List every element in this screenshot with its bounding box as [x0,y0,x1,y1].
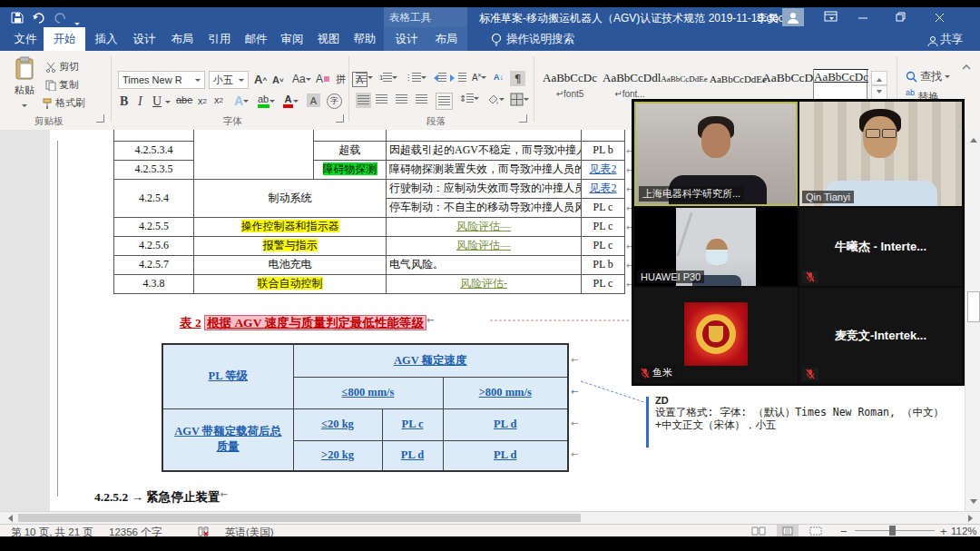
align-center-button[interactable] [376,94,387,104]
tab-home[interactable]: 开始 [44,27,85,51]
font-color-button[interactable]: A [283,93,299,108]
underline-button[interactable]: U [152,94,162,109]
tab-review[interactable]: 审阅 [274,27,310,51]
table-cell[interactable]: PL b [582,255,625,274]
tab-file[interactable]: 文件 [7,27,44,51]
table-cell[interactable]: 超载 [314,141,387,160]
table-cell[interactable]: PL d [382,440,443,471]
font-dialog-launcher[interactable] [336,114,344,123]
find-button[interactable]: 查找 [906,69,950,84]
table-row[interactable]: PL 等级 AGV 额定速度 [162,344,568,377]
bullets-button[interactable] [356,73,373,83]
vertical-scrollbar[interactable] [965,130,980,511]
table-cell[interactable]: 风险评估— [387,217,582,236]
table-cell[interactable]: 风险评估— [387,236,582,255]
tab-insert[interactable]: 插入 [87,27,125,51]
borders-button[interactable] [510,93,529,106]
style-chip-1[interactable]: AaBbCcDc ↵font5 [541,71,599,109]
table-cell[interactable]: 见表2 [582,179,625,198]
table-cell[interactable]: PL c [582,198,625,217]
print-layout-button[interactable] [777,525,799,536]
table-row[interactable]: 4.3.8 联合自动控制 风险评估- PL c [114,274,625,293]
superscript-button[interactable]: x2 [214,94,223,105]
justify-button[interactable] [416,94,427,104]
line-spacing-button[interactable]: ⇕ [459,93,479,103]
table-cell[interactable] [387,130,582,141]
paste-button[interactable]: 粘贴 [9,56,40,113]
text-effects-button[interactable]: A [234,93,249,108]
zoom-slider-thumb[interactable] [889,526,896,536]
table-cell[interactable]: AGV 额定速度 [293,344,568,377]
table-cell[interactable]: 报警与指示 [194,236,387,255]
revision-comment[interactable]: ZD 设置了格式: 字体: （默认）Times New Roman, （中文） … [655,395,964,432]
restore-button[interactable] [887,7,916,27]
clipboard-dialog-launcher[interactable] [96,114,104,123]
grow-font-button[interactable]: A˄ [254,73,267,86]
table-cell[interactable]: ≤800 mm/s [293,377,443,408]
tab-design[interactable]: 设计 [125,27,163,51]
section-heading[interactable]: 4.2.5.2 → 紧急停止装置← [94,489,220,506]
table-cell[interactable]: 4.3.8 [114,274,194,293]
table-cell[interactable]: 障碍物探测装置失效，而导致冲撞人员的风险。量化 [387,160,582,179]
phonetic-guide-button[interactable]: 拼 [336,73,346,86]
tab-view[interactable]: 视图 [310,27,347,51]
sort-button[interactable]: A↓ [494,73,504,82]
table-cell[interactable]: 4.2.5.3.5 [114,160,194,179]
enclose-characters-button[interactable]: 字 [327,93,342,109]
align-right-button[interactable] [396,94,407,104]
decrease-indent-button[interactable] [430,73,446,83]
tab-help[interactable]: 帮助 [347,27,383,51]
table-row[interactable]: 4.2.5.6 报警与指示 风险评估— PL c [114,236,625,255]
styles-scroll-up[interactable] [871,71,887,85]
minimize-button[interactable] [848,7,877,27]
table-row[interactable]: 4.2.5.4 制动系统 行驶制动：应制动失效而导致的冲撞人员风险。 见表2 [114,179,625,198]
align-left-button[interactable] [356,93,371,108]
video-tile[interactable]: 麦竞文-Intertek... [799,288,962,383]
strikethrough-button[interactable]: abe [176,94,192,105]
table-row[interactable]: AGV 带额定载荷后总质量 ≤20 kg PL c PL d [162,408,568,440]
table-cell[interactable]: 4.2.5.7 [114,255,194,274]
video-tile[interactable]: 牛曦杰 - Interte... [799,208,962,286]
video-tile[interactable]: 鱼米 [634,288,798,383]
increase-indent-button[interactable] [450,73,466,83]
shrink-font-button[interactable]: A˅ [272,74,284,85]
table-cell[interactable]: 障碍物探测 [314,160,387,179]
table-row[interactable]: 4.2.5.3.4 超载 因超载引起的AGV不稳定，而导致冲撞人员风险。 PL … [114,141,625,160]
table-row[interactable]: 4.2.5.5 操作控制器和指示器 风险评估— PL c [114,217,625,236]
font-size-select[interactable]: 小五 [209,71,249,89]
table-cell[interactable]: PL b [582,141,625,160]
table-cell[interactable]: ≤20 kg [293,408,382,440]
table-cell[interactable] [194,130,314,179]
table-row[interactable]: 4.2.5.3.5 障碍物探测 障碍物探测装置失效，而导致冲撞人员的风险。量化 … [114,160,625,179]
table-cell[interactable]: 4.2.5.3.4 [114,141,194,160]
change-case-button[interactable]: Aa [292,73,311,85]
shading-bucket-button[interactable] [486,93,505,105]
cut-button[interactable]: 剪切 [45,60,79,74]
tab-mailings[interactable]: 邮件 [238,27,274,51]
asian-layout-button[interactable]: A˟ [472,73,486,83]
numbering-button[interactable]: 1 [379,73,397,83]
horizontal-scroll-thumb[interactable] [18,514,581,522]
table-cell[interactable]: 操作控制器和指示器 [194,217,387,236]
distribute-button[interactable] [436,93,453,110]
table-cell[interactable]: PL c [582,236,625,255]
scroll-up-arrow[interactable] [965,132,980,144]
risk-table[interactable]: 4.2.5.3.4 超载 因超载引起的AGV不稳定，而导致冲撞人员风险。 PL … [113,130,625,294]
multilevel-list-button[interactable]: ⋮ [405,73,426,83]
table-cell[interactable]: 4.2.5.6 [114,236,194,255]
table-cell[interactable]: PL c [382,408,443,440]
performance-level-table[interactable]: PL 等级 AGV 额定速度 ≤800 mm/s >800 mm/s AGV 带… [162,343,569,472]
tab-references[interactable]: 引用 [201,27,238,51]
table-cell[interactable]: 电池充电 [194,255,387,274]
horizontal-scrollbar[interactable] [0,511,980,525]
table-cell[interactable]: 风险评估- [387,274,582,293]
video-tile-active-speaker[interactable]: 上海电器科学研究所... [634,102,798,206]
scroll-left-arrow[interactable] [2,513,15,524]
tell-me-search[interactable]: 操作说明搜索 [506,27,588,51]
video-tile[interactable]: Qin Tianyi [799,102,962,206]
table-cell[interactable]: >20 kg [293,440,382,471]
vertical-scroll-thumb[interactable] [967,291,980,322]
italic-button[interactable]: I [138,94,142,109]
table-cell[interactable] [114,130,194,141]
paragraph-dialog-launcher[interactable] [519,114,527,123]
